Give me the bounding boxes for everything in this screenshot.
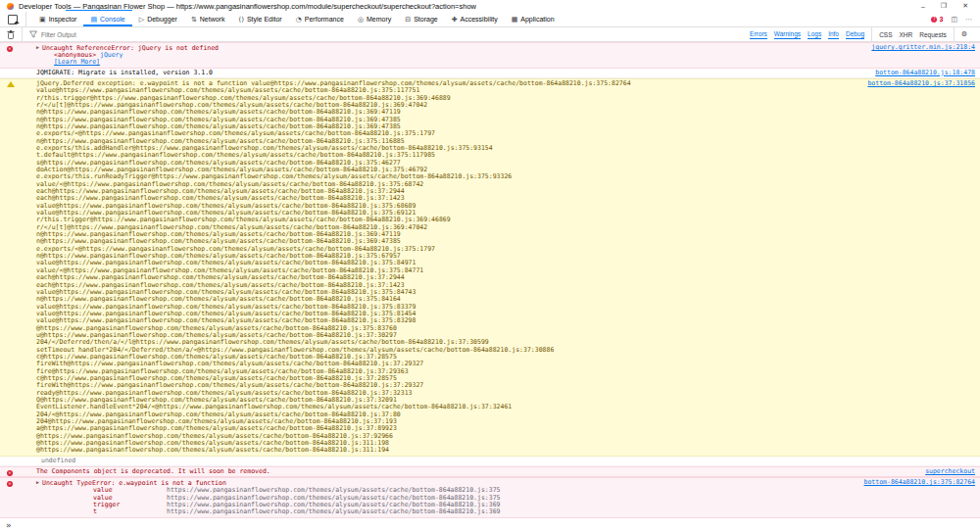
network-icon: ⇅ [191, 16, 197, 24]
filter-requests-button[interactable]: Requests [919, 31, 946, 38]
source-link[interactable]: supercheckout [925, 468, 975, 475]
tab-console[interactable]: ▤Console [83, 12, 131, 26]
error-dot-icon: ! [931, 17, 937, 23]
tab-label: Memory [367, 16, 391, 23]
source-link[interactable]: bottom-864a88210.js:375:82764 [864, 479, 976, 486]
tab-label: Console [100, 16, 125, 23]
filter-logs-button[interactable]: Logs [808, 30, 821, 39]
tab-style-editor[interactable]: ()Style Editor [231, 12, 288, 26]
console-output: ✕▶Uncaught ReferenceError: jQuery is not… [0, 42, 980, 531]
filter-debug-button[interactable]: Debug [846, 30, 864, 39]
pick-element-icon [8, 15, 18, 24]
window-controls: –❐✕ [921, 2, 976, 10]
console-settings-icon[interactable]: ⚙ [961, 30, 973, 38]
meatball-menu-icon[interactable]: ⋯ [965, 16, 972, 24]
storage-icon: ⊟ [405, 16, 411, 24]
accessibility-icon: ✚ [452, 16, 458, 24]
error-stack-line: [Learn More] [36, 59, 874, 66]
filter-output-input[interactable] [41, 31, 743, 38]
error-icon: ✕ [7, 46, 13, 52]
memory-icon: ◎ [358, 16, 364, 24]
tab-label: Storage [414, 16, 438, 23]
console-filter-bar: ErrorsWarningsLogsInfoDebug CSSXHRReques… [0, 27, 980, 42]
tab-label: Inspector [49, 16, 77, 23]
trash-icon [7, 30, 15, 39]
console-prompt[interactable]: » [0, 518, 980, 530]
console-error-row: ✕The Components object is deprecated. It… [0, 466, 980, 477]
filter-errors-button[interactable]: Errors [750, 30, 767, 39]
frame-function: t [93, 508, 97, 515]
error-message: The Components object is deprecated. It … [36, 467, 270, 475]
expand-arrow-icon[interactable]: ▶ [36, 44, 39, 50]
stack-text: jQuery [100, 51, 122, 59]
tab-label: Accessibility [461, 16, 498, 23]
expand-arrow-icon[interactable]: ▶ [36, 479, 39, 485]
console-log-row: JQMIGRATE: Migrate is installed, version… [0, 69, 980, 78]
error-count-badge[interactable]: ! 3 [931, 16, 943, 23]
filter-icon [29, 30, 37, 38]
error-stack-line: <anonymous> jQuery [36, 52, 874, 59]
level-filter-group: ErrorsWarningsLogsInfoDebug [743, 27, 871, 41]
tab-inspector[interactable]: ▣Inspector [32, 12, 83, 26]
category-filter-group: CSSXHRRequests [871, 27, 954, 41]
maximize-button[interactable]: ❐ [941, 2, 947, 10]
tab-storage[interactable]: ⊟Storage [398, 12, 444, 26]
frame-location[interactable]: https://www.pangasinanflowershop.com/the… [167, 508, 500, 515]
application-icon: ▦ [512, 16, 518, 24]
source-link[interactable]: jquery.gritter.min.js:218:4 [871, 44, 975, 51]
pick-element-button[interactable] [0, 12, 26, 26]
firefox-icon [7, 3, 14, 10]
split-console-icon[interactable]: ◫ [951, 16, 957, 24]
tabs: ▣Inspector▤Console▷Debugger⇅Network()Sty… [32, 12, 562, 26]
close-button[interactable]: ✕ [962, 2, 968, 10]
tab-label: Network [200, 16, 225, 23]
filter-info-button[interactable]: Info [828, 30, 839, 39]
filter-css-button[interactable]: CSS [879, 31, 892, 38]
log-message: JQMIGRATE: Migrate is installed, version… [36, 69, 213, 76]
console-error-row: ✕▶Uncaught TypeError: e.waypoint is not … [0, 477, 980, 517]
warning-stack-line: @https://www.pangasinanflowershop.com/th… [36, 447, 874, 454]
settings-group: ⚙ [954, 27, 980, 41]
tab-performance[interactable]: ◔Performance [289, 12, 351, 26]
devtools-tab-bar: ▣Inspector▤Console▷Debugger⇅Network()Sty… [0, 12, 980, 27]
tab-accessibility[interactable]: ✚Accessibility [445, 12, 505, 26]
stack-frame: thttps://www.pangasinanflowershop.com/th… [36, 508, 874, 515]
tab-label: Style Editor [247, 16, 282, 23]
tab-label: Debugger [147, 16, 177, 23]
style-editor-icon: () [238, 16, 243, 24]
tab-debugger[interactable]: ▷Debugger [132, 12, 184, 26]
inspector-icon: ▣ [39, 16, 46, 24]
error-message-line: ▶Uncaught ReferenceError: jQuery is not … [36, 44, 874, 52]
tab-network[interactable]: ⇅Network [184, 12, 232, 26]
warning-icon [7, 81, 15, 87]
error-count: 3 [939, 16, 943, 23]
minimize-button[interactable]: – [921, 3, 925, 10]
devtools-window: Developer Tools — Pangasinan Flower Shop… [0, 0, 980, 531]
performance-icon: ◔ [296, 16, 302, 24]
tab-application[interactable]: ▦Application [505, 12, 562, 26]
source-link[interactable]: bottom-864a88210.js:37:31856 [867, 80, 975, 87]
toolbar-right: ! 3 ◫ ⋯ [931, 12, 980, 26]
tab-label: Performance [305, 16, 344, 23]
source-link[interactable]: bottom-864a88210.js:18:478 [875, 70, 975, 76]
console-warning-row: jQuery.Deferred exception: e.waypoint is… [0, 78, 980, 457]
learn-more-link[interactable]: [Learn More] [54, 58, 100, 66]
filter-warnings-button[interactable]: Warnings [774, 30, 801, 39]
frame-function: trigger [93, 502, 120, 508]
tab-memory[interactable]: ◎Memory [351, 12, 398, 26]
debugger-icon: ▷ [139, 16, 144, 24]
filter-xhr-button[interactable]: XHR [900, 31, 913, 38]
error-icon: ✕ [7, 470, 13, 476]
tab-label: Application [520, 16, 554, 23]
console-error-row: ✕▶Uncaught ReferenceError: jQuery is not… [0, 42, 980, 69]
error-icon: ✕ [7, 481, 13, 487]
clear-console-button[interactable] [0, 27, 23, 41]
console-result-row: undefined [0, 457, 980, 466]
title-bar: Developer Tools — Pangasinan Flower Shop… [0, 0, 980, 12]
title-underline [66, 10, 132, 11]
console-icon: ▤ [90, 16, 97, 24]
error-message-line: The Components object is deprecated. It … [36, 468, 874, 475]
